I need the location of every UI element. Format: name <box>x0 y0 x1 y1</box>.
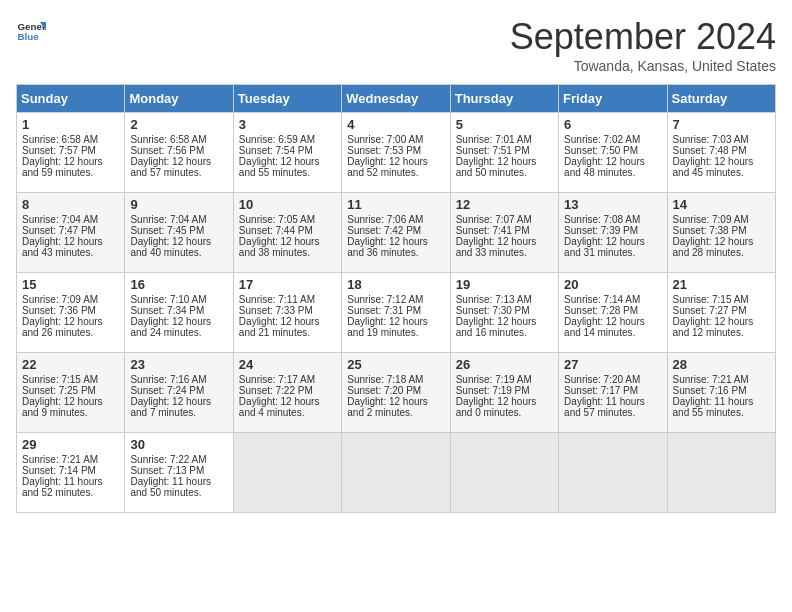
sunrise-text: Sunrise: 7:15 AM <box>22 374 119 385</box>
location: Towanda, Kansas, United States <box>510 58 776 74</box>
day-number: 23 <box>130 357 227 372</box>
sunset-text: Sunset: 7:30 PM <box>456 305 553 316</box>
daylight-text: Daylight: 12 hours and 52 minutes. <box>347 156 444 178</box>
sunrise-text: Sunrise: 7:07 AM <box>456 214 553 225</box>
sunrise-text: Sunrise: 7:02 AM <box>564 134 661 145</box>
sunrise-text: Sunrise: 7:04 AM <box>130 214 227 225</box>
table-row: 26 Sunrise: 7:19 AM Sunset: 7:19 PM Dayl… <box>450 353 558 433</box>
day-number: 22 <box>22 357 119 372</box>
sunset-text: Sunset: 7:54 PM <box>239 145 336 156</box>
sunrise-text: Sunrise: 7:15 AM <box>673 294 770 305</box>
sunrise-text: Sunrise: 7:18 AM <box>347 374 444 385</box>
daylight-text: Daylight: 12 hours and 48 minutes. <box>564 156 661 178</box>
table-row: 30 Sunrise: 7:22 AM Sunset: 7:13 PM Dayl… <box>125 433 233 513</box>
daylight-text: Daylight: 12 hours and 45 minutes. <box>673 156 770 178</box>
sunset-text: Sunset: 7:13 PM <box>130 465 227 476</box>
daylight-text: Daylight: 12 hours and 50 minutes. <box>456 156 553 178</box>
sunrise-text: Sunrise: 7:04 AM <box>22 214 119 225</box>
month-title: September 2024 <box>510 16 776 58</box>
sunset-text: Sunset: 7:25 PM <box>22 385 119 396</box>
table-row: 24 Sunrise: 7:17 AM Sunset: 7:22 PM Dayl… <box>233 353 341 433</box>
table-row: 20 Sunrise: 7:14 AM Sunset: 7:28 PM Dayl… <box>559 273 667 353</box>
sunset-text: Sunset: 7:33 PM <box>239 305 336 316</box>
col-sunday: Sunday <box>17 85 125 113</box>
sunrise-text: Sunrise: 7:17 AM <box>239 374 336 385</box>
day-number: 13 <box>564 197 661 212</box>
day-number: 14 <box>673 197 770 212</box>
day-number: 29 <box>22 437 119 452</box>
table-row <box>450 433 558 513</box>
daylight-text: Daylight: 12 hours and 33 minutes. <box>456 236 553 258</box>
sunrise-text: Sunrise: 7:21 AM <box>673 374 770 385</box>
logo-icon: General Blue <box>16 16 46 46</box>
sunrise-text: Sunrise: 7:13 AM <box>456 294 553 305</box>
sunset-text: Sunset: 7:31 PM <box>347 305 444 316</box>
table-row: 25 Sunrise: 7:18 AM Sunset: 7:20 PM Dayl… <box>342 353 450 433</box>
table-row: 22 Sunrise: 7:15 AM Sunset: 7:25 PM Dayl… <box>17 353 125 433</box>
week-row-1: 1 Sunrise: 6:58 AM Sunset: 7:57 PM Dayli… <box>17 113 776 193</box>
title-block: September 2024 Towanda, Kansas, United S… <box>510 16 776 74</box>
day-number: 10 <box>239 197 336 212</box>
sunset-text: Sunset: 7:36 PM <box>22 305 119 316</box>
table-row: 27 Sunrise: 7:20 AM Sunset: 7:17 PM Dayl… <box>559 353 667 433</box>
sunset-text: Sunset: 7:47 PM <box>22 225 119 236</box>
table-row: 10 Sunrise: 7:05 AM Sunset: 7:44 PM Dayl… <box>233 193 341 273</box>
table-row: 23 Sunrise: 7:16 AM Sunset: 7:24 PM Dayl… <box>125 353 233 433</box>
day-number: 9 <box>130 197 227 212</box>
calendar-table: Sunday Monday Tuesday Wednesday Thursday… <box>16 84 776 513</box>
sunrise-text: Sunrise: 7:06 AM <box>347 214 444 225</box>
daylight-text: Daylight: 12 hours and 7 minutes. <box>130 396 227 418</box>
day-number: 28 <box>673 357 770 372</box>
table-row: 13 Sunrise: 7:08 AM Sunset: 7:39 PM Dayl… <box>559 193 667 273</box>
daylight-text: Daylight: 11 hours and 52 minutes. <box>22 476 119 498</box>
table-row: 5 Sunrise: 7:01 AM Sunset: 7:51 PM Dayli… <box>450 113 558 193</box>
sunrise-text: Sunrise: 7:09 AM <box>22 294 119 305</box>
daylight-text: Daylight: 12 hours and 24 minutes. <box>130 316 227 338</box>
table-row: 1 Sunrise: 6:58 AM Sunset: 7:57 PM Dayli… <box>17 113 125 193</box>
sunrise-text: Sunrise: 7:12 AM <box>347 294 444 305</box>
daylight-text: Daylight: 12 hours and 38 minutes. <box>239 236 336 258</box>
sunrise-text: Sunrise: 7:10 AM <box>130 294 227 305</box>
day-number: 15 <box>22 277 119 292</box>
sunrise-text: Sunrise: 7:22 AM <box>130 454 227 465</box>
week-row-3: 15 Sunrise: 7:09 AM Sunset: 7:36 PM Dayl… <box>17 273 776 353</box>
table-row: 14 Sunrise: 7:09 AM Sunset: 7:38 PM Dayl… <box>667 193 775 273</box>
sunset-text: Sunset: 7:48 PM <box>673 145 770 156</box>
table-row: 11 Sunrise: 7:06 AM Sunset: 7:42 PM Dayl… <box>342 193 450 273</box>
sunset-text: Sunset: 7:27 PM <box>673 305 770 316</box>
table-row: 29 Sunrise: 7:21 AM Sunset: 7:14 PM Dayl… <box>17 433 125 513</box>
day-number: 8 <box>22 197 119 212</box>
sunset-text: Sunset: 7:14 PM <box>22 465 119 476</box>
daylight-text: Daylight: 12 hours and 14 minutes. <box>564 316 661 338</box>
col-tuesday: Tuesday <box>233 85 341 113</box>
sunset-text: Sunset: 7:45 PM <box>130 225 227 236</box>
sunset-text: Sunset: 7:51 PM <box>456 145 553 156</box>
sunset-text: Sunset: 7:57 PM <box>22 145 119 156</box>
daylight-text: Daylight: 12 hours and 57 minutes. <box>130 156 227 178</box>
sunset-text: Sunset: 7:34 PM <box>130 305 227 316</box>
sunrise-text: Sunrise: 6:58 AM <box>130 134 227 145</box>
day-number: 16 <box>130 277 227 292</box>
day-number: 20 <box>564 277 661 292</box>
day-number: 19 <box>456 277 553 292</box>
table-row <box>559 433 667 513</box>
sunset-text: Sunset: 7:24 PM <box>130 385 227 396</box>
table-row <box>667 433 775 513</box>
table-row: 21 Sunrise: 7:15 AM Sunset: 7:27 PM Dayl… <box>667 273 775 353</box>
sunrise-text: Sunrise: 7:05 AM <box>239 214 336 225</box>
table-row: 2 Sunrise: 6:58 AM Sunset: 7:56 PM Dayli… <box>125 113 233 193</box>
table-row <box>233 433 341 513</box>
daylight-text: Daylight: 12 hours and 19 minutes. <box>347 316 444 338</box>
daylight-text: Daylight: 12 hours and 0 minutes. <box>456 396 553 418</box>
table-row: 9 Sunrise: 7:04 AM Sunset: 7:45 PM Dayli… <box>125 193 233 273</box>
sunset-text: Sunset: 7:19 PM <box>456 385 553 396</box>
sunrise-text: Sunrise: 7:00 AM <box>347 134 444 145</box>
table-row: 28 Sunrise: 7:21 AM Sunset: 7:16 PM Dayl… <box>667 353 775 433</box>
table-row: 7 Sunrise: 7:03 AM Sunset: 7:48 PM Dayli… <box>667 113 775 193</box>
daylight-text: Daylight: 11 hours and 55 minutes. <box>673 396 770 418</box>
daylight-text: Daylight: 12 hours and 26 minutes. <box>22 316 119 338</box>
sunset-text: Sunset: 7:39 PM <box>564 225 661 236</box>
sunset-text: Sunset: 7:42 PM <box>347 225 444 236</box>
daylight-text: Daylight: 12 hours and 43 minutes. <box>22 236 119 258</box>
week-row-2: 8 Sunrise: 7:04 AM Sunset: 7:47 PM Dayli… <box>17 193 776 273</box>
